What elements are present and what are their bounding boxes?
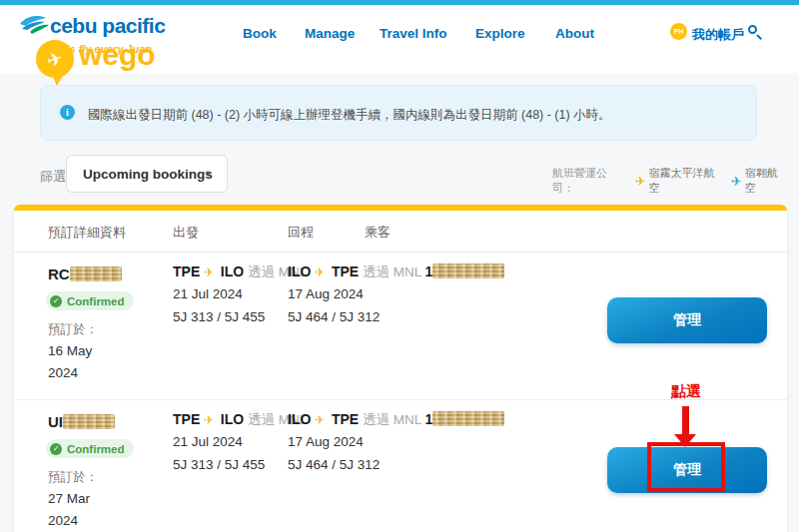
status-badge: ✓ Confirmed <box>46 291 134 310</box>
wego-bubble-tail <box>52 74 64 86</box>
yellow-plane-icon: ✈ <box>315 413 325 427</box>
booked-date-year: 2024 <box>48 513 78 528</box>
chevron-down-icon: ▼ <box>204 169 213 179</box>
column-header-return: 回程 <box>288 224 314 242</box>
booking-reference: RC <box>48 266 122 282</box>
booking-reference: UI <box>48 413 115 430</box>
bookings-filter-dropdown[interactable]: Upcoming bookings ▼ <box>66 155 228 193</box>
yellow-plane-icon: ✈ <box>315 266 325 279</box>
blue-plane-icon: ✈ <box>731 174 742 189</box>
paper-plane-icon: ✈ <box>44 46 66 73</box>
passenger-count: 1 <box>424 264 432 279</box>
dropdown-selected-value: Upcoming bookings <box>83 167 213 182</box>
info-icon: i <box>60 105 75 120</box>
return-route: ILO ✈ TPE 透過 MNL 1 <box>288 264 504 281</box>
redacted-passenger-name <box>432 411 504 426</box>
airline-cebu-pacific: ✈ 宿霧太平洋航空 <box>635 166 723 196</box>
booked-date-month: 16 May <box>48 343 92 358</box>
booked-date-month: 27 Mar <box>48 491 90 506</box>
outbound-date: 21 Jul 2024 <box>173 286 243 301</box>
nav-manage[interactable]: Manage <box>305 26 355 41</box>
red-arrow-shaft <box>682 406 689 434</box>
card-yellow-top-border <box>14 205 787 211</box>
nav-travel-info[interactable]: Travel Info <box>380 26 447 41</box>
return-flight-numbers: 5J 464 / 5J 312 <box>288 309 380 324</box>
manage-button[interactable]: 管理 <box>607 297 767 343</box>
click-here-annotation-text: 點選 <box>663 382 709 401</box>
return-date: 17 Aug 2024 <box>288 434 364 449</box>
check-icon: ✓ <box>50 443 62 455</box>
nav-book[interactable]: Book <box>243 26 277 41</box>
return-flight-numbers: 5J 464 / 5J 312 <box>288 457 380 472</box>
table-header-divider <box>14 252 787 253</box>
booked-on-label: 預訂於： <box>48 321 98 338</box>
airlines-legend-label: 航班營運公司： <box>552 166 627 196</box>
operating-airlines-legend: 航班營運公司： ✈ 宿霧太平洋航空 ✈ 宿翱航空 <box>552 166 787 196</box>
checkin-notice-text: 國際線出發日期前 (48) - (2) 小時可線上辦理登機手續，國内線則為出發日… <box>88 107 737 124</box>
wego-logo-text: wego <box>79 38 156 72</box>
column-header-departure: 出發 <box>173 224 199 242</box>
booked-date-year: 2024 <box>48 365 78 380</box>
search-icon[interactable] <box>748 25 762 39</box>
redacted-booking-ref <box>70 266 122 281</box>
cebu-pacific-bird-icon <box>18 12 50 42</box>
nav-explore[interactable]: Explore <box>475 26 525 41</box>
my-account-link[interactable]: 我的帳戶 <box>692 26 744 44</box>
yellow-plane-icon: ✈ <box>204 266 214 279</box>
yellow-plane-icon: ✈ <box>204 413 214 427</box>
yellow-plane-icon: ✈ <box>635 174 646 189</box>
wego-logo-bubble: ✈ <box>36 40 74 78</box>
cebu-pacific-manage-bookings-page: cebu pacific let's fly every Juan ✈ wego… <box>0 0 799 532</box>
filter-label: 篩選 <box>40 168 66 186</box>
column-header-booking-details: 預訂詳細資料 <box>48 224 126 242</box>
column-header-passenger: 乘客 <box>365 224 391 242</box>
red-highlight-box <box>647 442 725 492</box>
status-badge: ✓ Confirmed <box>46 439 134 458</box>
outbound-flight-numbers: 5J 313 / 5J 455 <box>173 457 265 472</box>
airline-cebgo: ✈ 宿翱航空 <box>731 166 787 196</box>
return-date: 17 Aug 2024 <box>288 286 364 301</box>
passenger-count: 1 <box>424 411 432 427</box>
outbound-flight-numbers: 5J 313 / 5J 455 <box>173 309 265 324</box>
nav-about[interactable]: About <box>555 26 594 41</box>
redacted-passenger-name <box>432 264 504 278</box>
return-route: ILO ✈ TPE 透過 MNL 1 <box>288 411 504 429</box>
redacted-booking-ref <box>63 414 115 429</box>
check-icon: ✓ <box>50 295 62 307</box>
booked-on-label: 預訂於： <box>48 469 98 486</box>
account-avatar[interactable]: PH <box>670 23 687 40</box>
brand-logo-text: cebu pacific <box>50 14 165 38</box>
outbound-date: 21 Jul 2024 <box>173 434 243 449</box>
